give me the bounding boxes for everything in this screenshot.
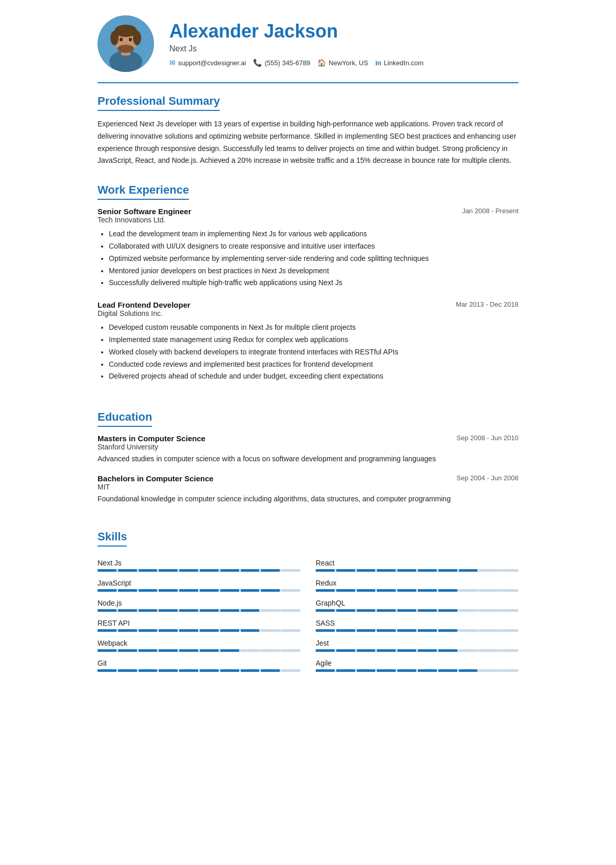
svg-point-9 [129,38,132,42]
edu-2-header: Bachelors in Computer Science Sep 2004 -… [98,474,518,483]
edu-2-school: MIT [98,483,518,491]
experience-section: Work Experience Senior Software Engineer… [77,172,539,399]
skill-bar-1 [316,569,518,572]
svg-point-7 [118,45,134,53]
edu-1-school: Stanford University [98,443,518,451]
candidate-name: Alexander Jackson [169,21,518,42]
job-2-bullets: Developed custom reusable components in … [98,322,518,383]
skill-name-5: GraphQL [316,599,518,607]
skill-name-9: Jest [316,639,518,647]
skill-name-11: Agile [316,659,518,667]
header: Alexander Jackson Next Js ✉ support@cvde… [77,0,539,82]
svg-point-6 [133,31,141,45]
summary-section: Professional Summary Experienced Next Js… [77,83,539,172]
skills-grid: Next JsReactJavaScriptReduxNode.jsGraphQ… [98,559,518,674]
summary-title: Professional Summary [98,95,220,111]
skill-1: React [316,559,518,572]
svg-point-5 [110,31,119,45]
edu-2-degree: Bachelors in Computer Science [98,474,214,483]
skill-name-6: REST API [98,619,300,627]
skill-name-2: JavaScript [98,579,300,587]
job-2-header: Lead Frontend Developer Mar 2013 - Dec 2… [98,300,518,309]
linkedin-text: LinkedIn.com [384,59,424,67]
skill-4: Node.js [98,599,300,612]
skill-6: REST API [98,619,300,632]
skill-0: Next Js [98,559,300,572]
skill-name-10: Git [98,659,300,667]
job-2-bullet-3: Worked closely with backend developers t… [109,346,518,359]
skill-bar-11 [316,669,518,672]
education-title: Education [98,410,152,427]
skill-name-1: React [316,559,518,567]
job-2-bullet-1: Developed custom reusable components in … [109,322,518,334]
contact-phone: 📞 (555) 345-6789 [253,59,310,67]
job-1-date: Jan 2008 - Present [462,207,518,215]
contact-linkedin: in LinkedIn.com [375,59,424,67]
skill-bar-2 [98,589,300,592]
skill-bar-0 [98,569,300,572]
skill-bar-3 [316,589,518,592]
skills-title: Skills [98,530,127,547]
job-2-title: Lead Frontend Developer [98,300,190,309]
skill-11: Agile [316,659,518,672]
skill-2: JavaScript [98,579,300,592]
job-1-company: Tech Innovations Ltd. [98,216,518,224]
job-1-bullet-4: Mentored junior developers on best pract… [109,265,518,277]
phone-icon: 📞 [253,59,262,67]
job-2-date: Mar 2013 - Dec 2018 [456,300,518,308]
avatar [98,15,154,72]
skills-section: Skills Next JsReactJavaScriptReduxNode.j… [77,519,539,679]
job-2-bullet-2: Implemented state management using Redux… [109,334,518,346]
skill-bar-9 [316,649,518,652]
edu-1-header: Masters in Computer Science Sep 2008 - J… [98,434,518,443]
skill-8: Webpack [98,639,300,652]
education-section: Education Masters in Computer Science Se… [77,399,539,519]
location-icon: 🏠 [317,59,326,67]
contact-email: ✉ support@cvdesigner.ai [169,59,246,67]
skill-name-4: Node.js [98,599,300,607]
skill-name-8: Webpack [98,639,300,647]
edu-2-desc: Foundational knowledge in computer scien… [98,493,518,504]
job-2: Lead Frontend Developer Mar 2013 - Dec 2… [98,300,518,383]
skill-5: GraphQL [316,599,518,612]
svg-point-8 [120,38,123,42]
skill-name-7: SASS [316,619,518,627]
skill-name-0: Next Js [98,559,300,567]
contact-location: 🏠 NewYork, US [317,59,368,67]
job-1: Senior Software Engineer Jan 2008 - Pres… [98,207,518,289]
linkedin-icon: in [375,59,381,67]
experience-title: Work Experience [98,183,189,200]
summary-text: Experienced Next Js developer with 13 ye… [98,118,518,167]
location-text: NewYork, US [329,59,368,67]
edu-1: Masters in Computer Science Sep 2008 - J… [98,434,518,464]
edu-1-desc: Advanced studies in computer science wit… [98,453,518,464]
job-1-bullet-5: Successfully delivered multiple high-tra… [109,277,518,289]
job-1-bullets: Lead the development team in implementin… [98,228,518,289]
edu-2-date: Sep 2004 - Jun 2008 [456,474,518,482]
skill-bar-6 [98,629,300,632]
job-2-bullet-5: Delivered projects ahead of schedule and… [109,370,518,383]
email-icon: ✉ [169,59,176,67]
skill-bar-10 [98,669,300,672]
skill-9: Jest [316,639,518,652]
edu-1-degree: Masters in Computer Science [98,434,205,443]
job-2-bullet-4: Conducted code reviews and implemented b… [109,359,518,371]
job-1-bullet-1: Lead the development team in implementin… [109,228,518,240]
skill-bar-5 [316,609,518,612]
job-1-header: Senior Software Engineer Jan 2008 - Pres… [98,207,518,216]
skill-name-3: Redux [316,579,518,587]
header-info: Alexander Jackson Next Js ✉ support@cvde… [169,21,518,67]
edu-2: Bachelors in Computer Science Sep 2004 -… [98,474,518,504]
job-1-title: Senior Software Engineer [98,207,191,216]
skill-10: Git [98,659,300,672]
job-1-bullet-3: Optimized website performance by impleme… [109,253,518,265]
contact-list: ✉ support@cvdesigner.ai 📞 (555) 345-6789… [169,59,518,67]
email-text: support@cvdesigner.ai [178,59,246,67]
phone-text: (555) 345-6789 [264,59,310,67]
skill-bar-7 [316,629,518,632]
job-2-company: Digital Solutions Inc. [98,309,518,317]
skill-bar-8 [98,649,300,652]
skill-bar-4 [98,609,300,612]
skill-7: SASS [316,619,518,632]
edu-1-date: Sep 2008 - Jun 2010 [456,434,518,442]
